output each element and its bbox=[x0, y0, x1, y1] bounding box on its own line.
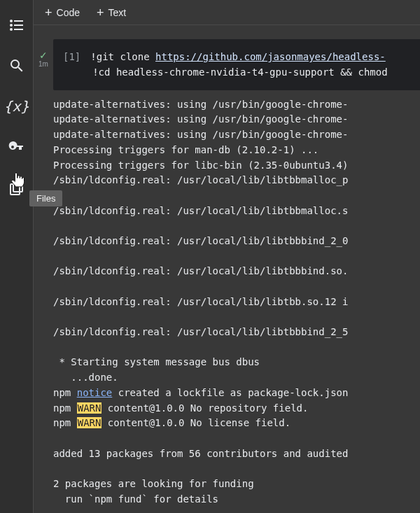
bang2: ! bbox=[92, 66, 98, 78]
cell-toolbar: + Code + Text bbox=[34, 0, 420, 25]
svg-point-0 bbox=[10, 20, 13, 22]
files-tooltip: Files bbox=[29, 190, 62, 206]
cell-prompt: [1] bbox=[63, 51, 80, 62]
cmd1-text: git clone bbox=[97, 51, 155, 62]
main-area: + Code + Text ✓ 1m [1]!git clone https:/… bbox=[34, 0, 420, 513]
search-icon bbox=[8, 57, 25, 74]
search-button[interactable] bbox=[6, 55, 28, 77]
npm-warn: WARN bbox=[77, 402, 102, 414]
toc-button[interactable] bbox=[6, 14, 28, 36]
key-icon bbox=[8, 139, 25, 155]
npm-warn: WARN bbox=[77, 417, 102, 428]
cell-status-icon: ✓ bbox=[39, 50, 48, 60]
cmd2-text: cd headless-chrome-nvidia-t4-gpu-support… bbox=[99, 66, 388, 78]
cell-gutter: ✓ 1m bbox=[34, 32, 53, 507]
hand-cursor-icon bbox=[10, 171, 25, 190]
code-cell: [1]!git clone https://github.com/jasonma… bbox=[53, 32, 420, 507]
svg-point-2 bbox=[10, 24, 13, 27]
variables-button[interactable]: {x} bbox=[6, 95, 28, 118]
svg-rect-1 bbox=[14, 20, 23, 22]
left-sidebar: {x} Files bbox=[0, 0, 34, 513]
secrets-button[interactable] bbox=[6, 136, 28, 158]
add-text-label: Text bbox=[108, 7, 127, 18]
svg-rect-5 bbox=[14, 29, 23, 30]
code-input[interactable]: [1]!git clone https://github.com/jasonma… bbox=[53, 39, 420, 90]
plus-icon: + bbox=[97, 6, 104, 19]
git-url[interactable]: https://github.com/jasonmayes/headless- bbox=[155, 51, 386, 62]
bang: ! bbox=[90, 51, 96, 62]
plus-icon: + bbox=[45, 6, 52, 19]
variables-icon: {x} bbox=[4, 98, 29, 115]
add-code-label: Code bbox=[57, 7, 80, 18]
cell-output: update-alternatives: using /usr/bin/goog… bbox=[53, 90, 420, 507]
svg-point-4 bbox=[10, 28, 13, 31]
add-text-cell-button[interactable]: + Text bbox=[97, 6, 126, 19]
svg-rect-3 bbox=[14, 24, 23, 26]
add-code-cell-button[interactable]: + Code bbox=[45, 6, 80, 19]
list-icon bbox=[8, 17, 25, 34]
npm-notice: notice bbox=[77, 387, 113, 398]
cell-elapsed: 1m bbox=[38, 60, 48, 68]
